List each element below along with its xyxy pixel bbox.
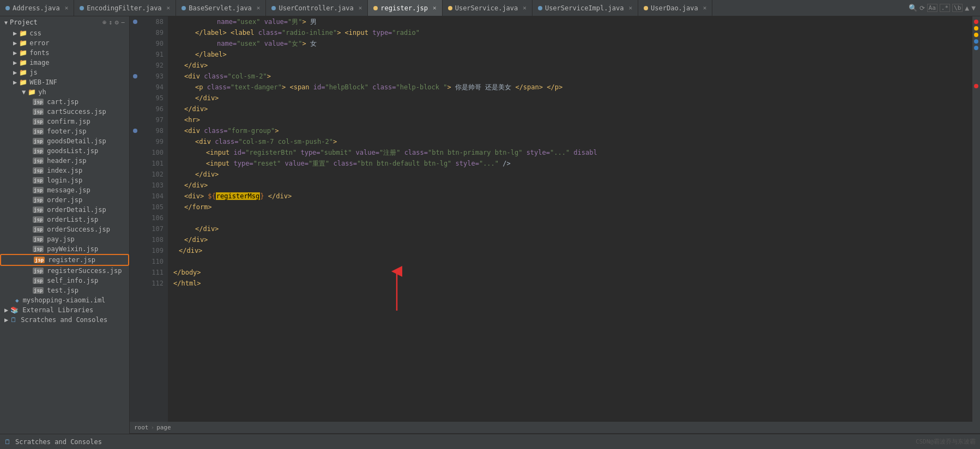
sidebar-item-login[interactable]: jsp login.jsp xyxy=(0,175,129,185)
nav-up-icon[interactable]: ▲ xyxy=(965,4,969,12)
tab-close-userserviceimpl[interactable]: ✕ xyxy=(628,4,632,11)
code-line-89[interactable]: </label> <label class="radio-inline"> <i… xyxy=(173,27,972,38)
sidebar-item-extlibs[interactable]: ▶ 📚 External Libraries xyxy=(0,305,129,315)
tab-userserviceimpl[interactable]: UserServiceImpl.java ✕ xyxy=(533,0,638,16)
sidebar-label-cartsuccess: cartSuccess.jsp xyxy=(47,108,106,116)
sidebar-item-test[interactable]: jsp test.jsp xyxy=(0,286,129,295)
code-line-92[interactable]: </div> xyxy=(173,60,972,71)
tab-address[interactable]: Address.java ✕ xyxy=(0,0,74,16)
tab-close-baseservlet[interactable]: ✕ xyxy=(257,4,261,11)
case-icon[interactable]: Aa xyxy=(927,4,937,12)
sidebar-item-scratches[interactable]: ▶ 🗒 Scratches and Consoles xyxy=(0,315,129,325)
sidebar-item-index[interactable]: jsp index.jsp xyxy=(0,166,129,175)
sidebar-item-orderdetail[interactable]: jsp orderDetail.jsp xyxy=(0,205,129,215)
jsp-badge-pay: jsp xyxy=(33,236,44,242)
code-line-110[interactable] xyxy=(173,256,972,267)
line-num-99: 99 xyxy=(141,136,168,147)
sidebar-item-cart[interactable]: jsp cart.jsp xyxy=(0,97,129,107)
jsp-badge-test: jsp xyxy=(33,287,44,294)
code-container[interactable]: 88 89 90 91 92 93 94 95 96 97 98 99 100 … xyxy=(130,16,980,422)
tab-close-encodingfilter[interactable]: ✕ xyxy=(167,4,171,11)
sidebar-item-cartsuccess[interactable]: jsp cartSuccess.jsp xyxy=(0,107,129,117)
code-attr-value101: value= xyxy=(285,160,308,167)
code-line-105[interactable]: </form> xyxy=(173,202,972,213)
sidebar-item-image[interactable]: ▶ 📁 image xyxy=(0,58,129,68)
code-content-91: </label> xyxy=(173,49,227,60)
sidebar-item-orderlist[interactable]: jsp orderList.jsp xyxy=(0,215,129,225)
gutter-line-93 xyxy=(130,71,141,82)
code-attr-style101: style= xyxy=(456,160,479,167)
sidebar-item-fonts[interactable]: ▶ 📁 fonts xyxy=(0,48,129,58)
sidebar-item-yh[interactable]: ▼ 📁 yh xyxy=(0,87,129,97)
code-line-99[interactable]: <div class="col-sm-7 col-sm-push-2"> xyxy=(173,136,972,147)
sidebar-item-registersuccess[interactable]: jsp registerSuccess.jsp xyxy=(0,266,129,276)
project-icon3[interactable]: ⚙ xyxy=(115,19,119,26)
word-icon[interactable]: \b xyxy=(952,4,963,12)
project-expand-icon[interactable]: ▼ xyxy=(4,20,8,26)
tab-userservice[interactable]: UserService.java ✕ xyxy=(443,0,533,16)
code-tag-div98: <div xyxy=(184,127,200,135)
tab-close-register[interactable]: ✕ xyxy=(433,4,437,11)
code-line-111[interactable]: </body> xyxy=(173,267,972,278)
code-val-textdanger: "text-danger" xyxy=(231,83,282,91)
sidebar-item-webinf[interactable]: ▶ 📁 WEB-INF xyxy=(0,77,129,87)
sidebar-item-ordersuccess[interactable]: jsp orderSuccess.jsp xyxy=(0,225,129,234)
breadcrumb-page[interactable]: page xyxy=(156,424,171,431)
tab-close-usercontroller[interactable]: ✕ xyxy=(359,4,362,11)
tab-register[interactable]: register.jsp ✕ xyxy=(368,0,442,16)
tab-userdao[interactable]: UserDao.java ✕ xyxy=(638,0,712,16)
code-val-usex: "usex" xyxy=(237,18,260,26)
project-icon2[interactable]: ↕ xyxy=(108,19,112,26)
tab-usercontroller[interactable]: UserController.java ✕ xyxy=(266,0,368,16)
sidebar-item-myshopping[interactable]: ◆ myshopping-xiaomi.iml xyxy=(0,295,129,305)
code-line-90[interactable]: name="usex" value="女"> 女 xyxy=(173,38,972,49)
scratches-bottom-label[interactable]: Scratches and Consoles xyxy=(15,438,102,446)
sidebar-item-goodsdetail[interactable]: jsp goodsDetail.jsp xyxy=(0,136,129,146)
code-line-96[interactable]: </div> xyxy=(173,104,972,114)
expand-icon-js: ▶ xyxy=(13,69,17,76)
sidebar-item-js[interactable]: ▶ 📁 js xyxy=(0,68,129,77)
code-val-radio89: "radio" xyxy=(392,29,420,37)
project-icon1[interactable]: ⊕ xyxy=(102,19,106,26)
sidebar-item-message[interactable]: jsp message.jsp xyxy=(0,185,129,195)
code-line-93[interactable]: <div class="col-sm-2"> xyxy=(173,71,972,82)
sidebar-item-order[interactable]: jsp order.jsp xyxy=(0,195,129,205)
code-line-102[interactable]: </div> xyxy=(173,169,972,180)
code-line-108[interactable]: </div> xyxy=(173,234,972,245)
code-line-91[interactable]: </label> xyxy=(173,49,972,60)
nav-down-icon[interactable]: ▼ xyxy=(971,4,976,12)
sidebar-item-pay[interactable]: jsp pay.jsp xyxy=(0,234,129,244)
code-line-100[interactable]: <input id="registerBtn" type="submit" va… xyxy=(173,147,972,158)
sidebar-item-header[interactable]: jsp header.jsp xyxy=(0,156,129,166)
sidebar-item-error[interactable]: ▶ 📁 error xyxy=(0,38,129,48)
breadcrumb-root[interactable]: root xyxy=(134,424,149,431)
tab-close-address[interactable]: ✕ xyxy=(65,4,69,11)
tab-baseservlet[interactable]: BaseServlet.java ✕ xyxy=(176,0,266,16)
sidebar-item-css[interactable]: ▶ 📁 css xyxy=(0,28,129,38)
regex-icon[interactable]: .* xyxy=(940,4,950,12)
sidebar-item-confirm[interactable]: jsp confirm.jsp xyxy=(0,117,129,126)
code-line-94[interactable]: <p class="text-danger"> <span id="helpBl… xyxy=(173,82,972,93)
sidebar-item-payweixin[interactable]: jsp payWeixin.jsp xyxy=(0,244,129,254)
code-line-95[interactable]: </div> xyxy=(173,93,972,104)
code-line-104[interactable]: <div> ${registerMsg} </div> xyxy=(173,191,972,202)
code-line-112[interactable]: </html> xyxy=(173,278,972,289)
code-line-103[interactable]: </div> xyxy=(173,180,972,191)
tab-close-userservice[interactable]: ✕ xyxy=(523,4,527,11)
code-line-107[interactable]: </div> xyxy=(173,223,972,234)
tab-encodingfilter[interactable]: EncodingFilter.java ✕ xyxy=(74,0,176,16)
code-line-98[interactable]: <div class="form-group"> xyxy=(173,125,972,136)
replace-icon[interactable]: ⟳ xyxy=(919,4,925,12)
code-line-101[interactable]: <input type="reset" value="重置" class="bt… xyxy=(173,158,972,169)
project-icon4[interactable]: − xyxy=(121,19,125,26)
code-line-88[interactable]: name="usex" value="男"> 男 xyxy=(173,16,972,27)
sidebar-item-goodslist[interactable]: jsp goodsList.jsp xyxy=(0,146,129,156)
code-line-97[interactable]: <hr> xyxy=(173,114,972,125)
code-line-106[interactable] xyxy=(173,213,972,223)
sidebar-item-selfinfo[interactable]: jsp self_info.jsp xyxy=(0,276,129,286)
code-line-109[interactable]: </div> xyxy=(173,245,972,256)
tab-close-userdao[interactable]: ✕ xyxy=(703,4,707,11)
search-icon[interactable]: 🔍 xyxy=(909,4,917,12)
sidebar-item-footer[interactable]: jsp footer.jsp xyxy=(0,126,129,136)
sidebar-item-register[interactable]: jsp register.jsp xyxy=(0,254,129,266)
